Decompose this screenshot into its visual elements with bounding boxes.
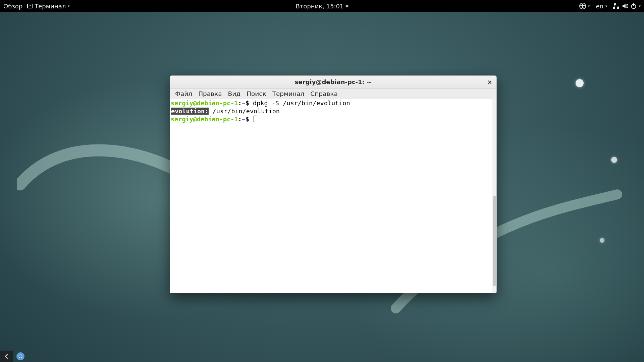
chromium-icon: [16, 352, 25, 361]
chevron-down-icon: ▾: [68, 4, 70, 8]
terminal-line: evolution: /usr/bin/evolution: [171, 107, 496, 115]
prompt-path: ~: [242, 116, 246, 123]
taskbar-chromium-button[interactable]: [15, 351, 25, 361]
terminal-icon: [27, 4, 33, 8]
close-button[interactable]: ×: [486, 78, 494, 86]
svg-rect-6: [633, 3, 634, 6]
menu-terminal[interactable]: Терминал: [269, 89, 308, 99]
chevron-left-icon: [4, 354, 9, 359]
menu-search[interactable]: Поиск: [244, 89, 269, 99]
chevron-down-icon: ▾: [605, 4, 607, 8]
search-highlight: evolution:: [171, 108, 209, 115]
keyboard-layout-label: en: [596, 3, 603, 10]
terminal-viewport[interactable]: sergiy@debian-pc-1:~$ dpkg -S /usr/bin/e…: [170, 99, 496, 293]
cursor-icon: [254, 116, 257, 122]
prompt-user: sergiy@debian-pc-1: [171, 100, 238, 107]
wallpaper-dot: [611, 157, 617, 163]
prompt-sep: :: [238, 116, 241, 123]
wallpaper-swirl: [17, 127, 191, 202]
menu-view[interactable]: Вид: [225, 89, 244, 99]
prompt-sep: :: [238, 100, 241, 107]
svg-rect-2: [614, 3, 616, 5]
power-icon: [631, 3, 637, 9]
prompt-path: ~: [242, 100, 246, 107]
window-list-back-button[interactable]: [0, 351, 13, 362]
window-title: sergiy@debian-pc-1: ~: [295, 78, 372, 85]
activities-label: Обзор: [3, 3, 22, 10]
close-icon: ×: [487, 79, 492, 85]
menu-edit[interactable]: Правка: [195, 89, 225, 99]
network-icon: [613, 3, 620, 9]
accessibility-icon: [579, 3, 586, 9]
svg-point-1: [582, 4, 583, 5]
prompt-sigil: $: [246, 100, 249, 107]
prompt-user: sergiy@debian-pc-1: [171, 116, 238, 123]
menu-bar: Файл Правка Вид Поиск Терминал Справка: [170, 88, 496, 99]
active-app-menu[interactable]: Терминал ▾: [27, 3, 70, 10]
menu-file[interactable]: Файл: [172, 89, 195, 99]
gnome-top-bar: Обзор Терминал ▾ Вторник, 15:01 ▾ en ▾: [0, 0, 644, 12]
svg-point-9: [19, 355, 22, 358]
active-app-label: Терминал: [35, 3, 66, 10]
command-text: dpkg -S /usr/bin/evolution: [253, 100, 350, 107]
terminal-line: sergiy@debian-pc-1:~$: [171, 115, 496, 123]
prompt-sigil: $: [246, 116, 249, 123]
wallpaper-dot: [600, 238, 604, 243]
notification-dot-icon: [345, 5, 348, 7]
volume-icon: [622, 3, 629, 9]
wallpaper-dot: [576, 79, 584, 87]
activities-button[interactable]: Обзор: [3, 3, 22, 10]
menu-help[interactable]: Справка: [307, 89, 341, 99]
svg-rect-4: [617, 7, 619, 9]
svg-rect-3: [613, 7, 615, 9]
keyboard-layout-menu[interactable]: en ▾: [596, 3, 607, 10]
chevron-down-icon: ▾: [588, 4, 590, 8]
clock-label: Вторник, 15:01: [296, 3, 344, 10]
chevron-down-icon: ▾: [639, 4, 641, 8]
clock-menu[interactable]: Вторник, 15:01: [296, 3, 348, 10]
system-status-area[interactable]: ▾: [613, 3, 641, 9]
terminal-line: sergiy@debian-pc-1:~$ dpkg -S /usr/bin/e…: [171, 99, 496, 107]
accessibility-menu[interactable]: ▾: [579, 3, 590, 9]
scrollbar[interactable]: [492, 99, 496, 293]
scrollbar-thumb[interactable]: [493, 196, 496, 286]
terminal-window: sergiy@debian-pc-1: ~ × Файл Правка Вид …: [170, 75, 497, 293]
window-titlebar[interactable]: sergiy@debian-pc-1: ~ ×: [170, 76, 496, 88]
output-text: /usr/bin/evolution: [209, 108, 280, 115]
